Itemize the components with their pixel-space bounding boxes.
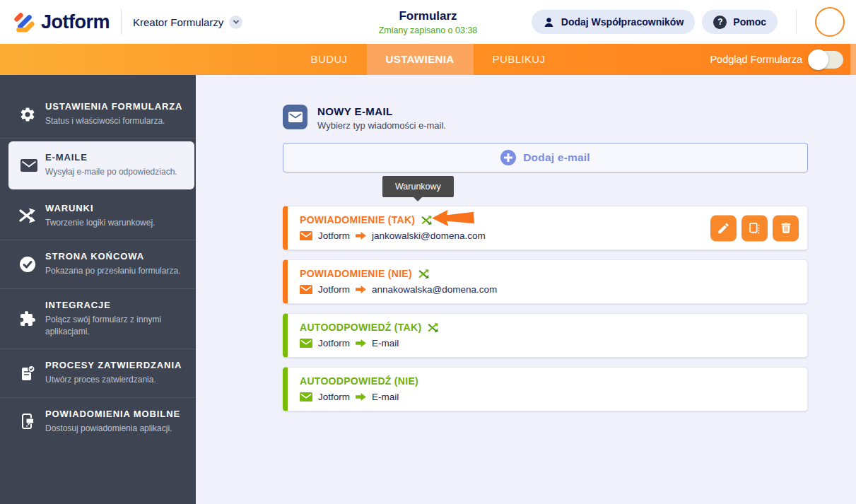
gear-icon (18, 105, 37, 124)
tooltip-row: Warunkowy (283, 172, 808, 206)
email-recipient: jankowalski@domena.com (372, 230, 486, 241)
check-circle-icon (18, 255, 37, 274)
puzzle-icon (18, 310, 37, 328)
email-card-title: POWIADOMIENIE (NIE) (300, 268, 412, 279)
form-preview-control: Podgląd Formularza (710, 44, 843, 75)
header-divider (121, 9, 122, 35)
sidebar-item-description: Tworzenie logiki warunkowej. (45, 217, 183, 229)
form-title[interactable]: Formularz (287, 9, 570, 23)
builder-tabs: BUDUJ USTAWIENIA PUBLIKUJ (292, 44, 565, 75)
header-divider (796, 9, 797, 35)
arrow-right-icon (356, 392, 366, 402)
section-subtitle: Wybierz typ wiadomości e-mail. (317, 120, 446, 131)
add-email-label: Dodaj e-mail (523, 151, 590, 164)
toggle-knob (808, 49, 828, 70)
arrow-right-icon (356, 339, 366, 348)
email-card-title: POWIADOMIENIE (TAK) (300, 214, 415, 225)
builder-navbar: BUDUJ USTAWIENIA PUBLIKUJ Podgląd Formul… (0, 44, 856, 75)
sidebar-item-description: Wysyłaj e-maile po odpowiedziach. (45, 166, 182, 178)
preview-label: Podgląd Formularza (710, 54, 802, 65)
sidebar-item-emails[interactable]: E-MAILE Wysyłaj e-maile po odpowiedziach… (8, 141, 194, 189)
email-card-autoresponder-yes[interactable]: AUTOODPOWIEDŹ (TAK) Jotform E-m (283, 313, 808, 358)
sidebar-item-label: PROCESY ZATWIERDZANIA (45, 360, 183, 370)
sidebar-item-form-settings[interactable]: USTAWIENIA FORMULARZA Status i właściwoś… (0, 90, 196, 139)
question-icon: ? (713, 16, 727, 29)
autosave-status: Zmiany zapisano o 03:38 (287, 25, 570, 35)
chevron-down-icon (229, 16, 242, 29)
sidebar-item-label: E-MAILE (45, 152, 182, 163)
email-sender: Jotform (318, 230, 350, 241)
envelope-icon (300, 392, 312, 402)
jotform-logo[interactable]: Jotform (13, 11, 110, 33)
envelope-icon (300, 231, 312, 241)
sidebar-item-label: WARUNKI (45, 203, 183, 213)
tab-publish[interactable]: PUBLIKUJ (474, 44, 565, 75)
email-card-autoresponder-no[interactable]: AUTOODPOWIEDŹ (NIE) Jotform E-mail (283, 367, 808, 411)
app-window: Jotform Kreator Formularzy Formularz Zmi… (0, 0, 856, 504)
conditional-icon[interactable] (418, 269, 429, 279)
settings-sidebar: USTAWIENIA FORMULARZA Status i właściwoś… (0, 75, 196, 504)
envelope-icon (300, 339, 312, 348)
section-title: NOWY E-MAIL (317, 105, 446, 117)
mobile-phone-icon (18, 412, 37, 430)
tab-build[interactable]: BUDUJ (292, 44, 367, 75)
email-sender: Jotform (318, 392, 350, 402)
form-preview-toggle[interactable] (809, 51, 843, 69)
sidebar-item-thank-you-page[interactable]: STRONA KOŃCOWA Pokazana po przesłaniu fo… (0, 240, 196, 288)
duplicate-email-button[interactable] (741, 215, 768, 241)
conditional-icon[interactable] (428, 322, 438, 333)
edit-email-button[interactable] (710, 215, 737, 241)
avatar[interactable] (815, 7, 845, 37)
email-recipient: E-mail (372, 338, 399, 348)
sidebar-item-description: Dostosuj powiadomienia aplikacji. (45, 423, 183, 435)
tab-settings[interactable]: USTAWIENIA (367, 44, 474, 75)
conditional-tooltip: Warunkowy (382, 176, 454, 197)
email-card-title: AUTOODPOWIEDŹ (NIE) (300, 375, 418, 387)
sidebar-item-label: USTAWIENIA FORMULARZA (45, 101, 183, 112)
pointer-arrow (431, 208, 475, 228)
email-recipient: E-mail (372, 392, 399, 402)
help-label: Pomoc (733, 16, 766, 28)
sidebar-item-label: INTEGRACJE (45, 300, 183, 310)
email-sender: Jotform (318, 284, 350, 295)
logo-wordmark: Jotform (41, 11, 110, 33)
arrow-right-icon (356, 285, 366, 294)
form-title-block: Formularz Zmiany zapisano o 03:38 (287, 9, 570, 35)
scrollbar-track[interactable] (850, 44, 856, 75)
top-header: Jotform Kreator Formularzy Formularz Zmi… (0, 0, 856, 44)
sidebar-item-label: POWIADOMIENIA MOBILNE (45, 409, 183, 419)
email-card-notification-no[interactable]: POWIADOMIENIE (NIE) Jotform ann (283, 259, 808, 304)
sidebar-item-description: Pokazana po przesłaniu formularza. (45, 265, 183, 277)
sidebar-item-description: Utwórz proces zatwierdzania. (45, 374, 183, 386)
jotform-logo-icon (13, 11, 35, 33)
envelope-icon (300, 285, 312, 295)
builder-switcher-label: Kreator Formularzy (133, 16, 223, 28)
sidebar-item-description: Połącz swój formularz z innymi aplikacja… (45, 314, 183, 339)
email-recipient: annakowalska@domena.com (372, 284, 497, 295)
delete-email-button[interactable] (773, 215, 799, 241)
help-button[interactable]: ? Pomoc (702, 10, 778, 34)
email-card-actions (710, 215, 799, 241)
header-actions: Dodaj Współpracowników ? Pomoc (532, 7, 845, 37)
trash-icon (780, 222, 792, 235)
add-email-button[interactable]: Dodaj e-mail (283, 143, 808, 172)
email-card-title: AUTOODPOWIEDŹ (TAK) (300, 322, 421, 333)
sidebar-item-integrations[interactable]: INTEGRACJE Połącz swój formularz z innym… (0, 289, 196, 350)
pencil-icon (717, 221, 730, 235)
add-collaborators-label: Dodaj Współpracowników (561, 16, 684, 28)
sidebar-item-label: STRONA KOŃCOWA (45, 251, 183, 262)
sidebar-item-mobile-notifications[interactable]: POWIADOMIENIA MOBILNE Dostosuj powiadomi… (0, 398, 196, 445)
new-email-icon (283, 105, 307, 129)
envelope-icon (20, 156, 38, 175)
approval-doc-icon (18, 364, 37, 382)
plus-icon (500, 150, 516, 165)
sidebar-item-description: Status i właściwości formularza. (45, 115, 183, 127)
email-card-notification-yes[interactable]: POWIADOMIENIE (TAK) Jotform (283, 206, 808, 250)
settings-main-panel: NOWY E-MAIL Wybierz typ wiadomości e-mai… (196, 75, 856, 504)
arrow-right-icon (356, 231, 366, 240)
sidebar-item-approval-flows[interactable]: PROCESY ZATWIERDZANIA Utwórz proces zatw… (0, 349, 196, 397)
email-sender: Jotform (318, 338, 350, 348)
builder-switcher[interactable]: Kreator Formularzy (133, 16, 242, 29)
shuffle-icon (18, 206, 37, 225)
sidebar-item-conditions[interactable]: WARUNKI Tworzenie logiki warunkowej. (0, 192, 196, 240)
